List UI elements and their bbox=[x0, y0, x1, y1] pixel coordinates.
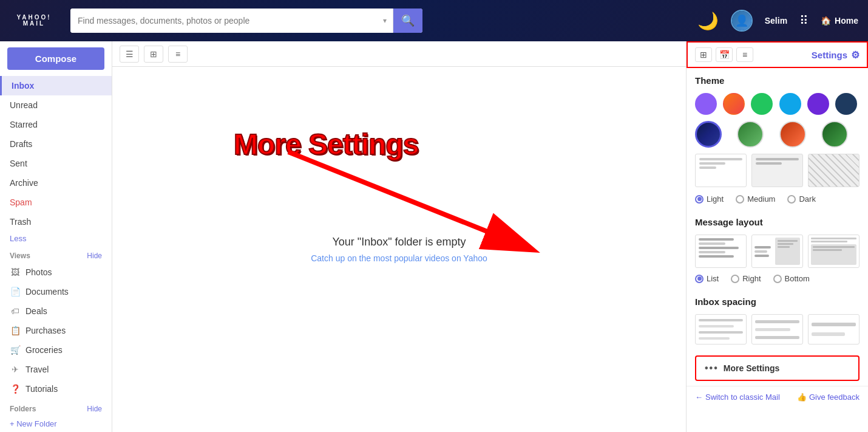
empty-inbox-link[interactable]: Catch up on the most popular videos on Y… bbox=[311, 253, 487, 263]
less-link[interactable]: Less bbox=[0, 231, 112, 245]
layout-radio-group: List Right Bottom bbox=[687, 273, 868, 289]
theme-preview-medium[interactable] bbox=[751, 154, 803, 187]
sidebar-item-tutorials[interactable]: ❓ Tutorials bbox=[0, 379, 112, 399]
sidebar-item-sent[interactable]: Sent bbox=[0, 154, 112, 173]
folders-label: Folders bbox=[10, 405, 36, 413]
theme-swatch-space[interactable] bbox=[695, 121, 722, 148]
sidebar-item-unread[interactable]: Unread bbox=[0, 95, 112, 115]
sidebar-item-trash[interactable]: Trash bbox=[0, 212, 112, 231]
toolbar-icon-grid[interactable]: ⊞ bbox=[695, 47, 712, 62]
avatar[interactable]: 👤 bbox=[731, 10, 753, 32]
give-feedback-link[interactable]: 👍 Give feedback bbox=[797, 393, 860, 402]
avatar-image: 👤 bbox=[732, 11, 751, 30]
theme-swatch-forest[interactable] bbox=[821, 121, 848, 148]
theme-swatch-green[interactable] bbox=[751, 93, 773, 115]
spacing-previews bbox=[687, 310, 868, 351]
documents-icon: 📄 bbox=[10, 287, 21, 297]
search-dropdown-arrow[interactable]: ▾ bbox=[377, 9, 393, 33]
message-layout-title: Message layout bbox=[687, 210, 868, 231]
photos-icon: 🖼 bbox=[10, 267, 21, 277]
theme-preview-dark[interactable] bbox=[808, 154, 860, 187]
main-layout: Compose Inbox Unread Starred Drafts Sent… bbox=[0, 41, 868, 432]
compose-button[interactable]: Compose bbox=[7, 47, 104, 70]
radio-list[interactable]: List bbox=[695, 274, 719, 283]
sidebar-item-groceries[interactable]: 🛒 Groceries bbox=[0, 340, 112, 360]
layout-icon-2[interactable]: ⊞ bbox=[144, 46, 163, 63]
home-icon: 🏠 bbox=[821, 16, 831, 26]
sidebar-item-purchases[interactable]: 📋 Purchases bbox=[0, 321, 112, 340]
theme-swatch-sunset[interactable] bbox=[779, 121, 806, 148]
radio-bottom[interactable]: Bottom bbox=[773, 274, 810, 283]
sidebar-item-inbox[interactable]: Inbox bbox=[0, 76, 112, 95]
switch-classic-link[interactable]: ← Switch to classic Mail bbox=[695, 393, 780, 402]
sidebar-item-photos[interactable]: 🖼 Photos bbox=[0, 262, 112, 282]
views-hide-link[interactable]: Hide bbox=[87, 252, 102, 260]
radio-medium[interactable]: Medium bbox=[736, 194, 775, 204]
radio-bottom-circle bbox=[773, 275, 782, 283]
theme-swatch-purple[interactable] bbox=[695, 93, 717, 115]
moon-icon: 🌙 bbox=[697, 11, 719, 31]
sidebar-item-starred[interactable]: Starred bbox=[0, 115, 112, 134]
layout-right[interactable] bbox=[751, 235, 803, 268]
grid-icon[interactable]: ⠿ bbox=[799, 13, 809, 28]
sidebar-item-documents[interactable]: 📄 Documents bbox=[0, 282, 112, 301]
theme-section-title: Theme bbox=[687, 68, 868, 89]
home-label: Home bbox=[835, 16, 858, 26]
theme-swatch-dark-purple[interactable] bbox=[807, 93, 829, 115]
sidebar-item-travel[interactable]: ✈ Travel bbox=[0, 360, 112, 379]
theme-preview-light[interactable] bbox=[695, 154, 747, 187]
radio-right-label: Right bbox=[742, 274, 761, 283]
radio-medium-label: Medium bbox=[747, 194, 775, 204]
theme-swatch-navy[interactable] bbox=[835, 93, 857, 115]
radio-light[interactable]: Light bbox=[695, 194, 724, 204]
toolbar-icon-list[interactable]: ≡ bbox=[736, 47, 753, 62]
toolbar-icon-calendar[interactable]: 📅 bbox=[716, 47, 733, 62]
thumbs-up-icon: 👍 bbox=[797, 393, 807, 402]
radio-right-circle bbox=[731, 275, 739, 283]
archive-label: Archive bbox=[10, 178, 38, 188]
folders-hide-link[interactable]: Hide bbox=[87, 405, 102, 413]
sidebar-item-spam[interactable]: Spam bbox=[0, 193, 112, 212]
layout-bottom[interactable] bbox=[808, 235, 860, 268]
purchases-label: Purchases bbox=[25, 326, 66, 335]
search-input[interactable] bbox=[70, 9, 377, 33]
settings-button[interactable]: Settings ⚙ bbox=[812, 49, 860, 61]
theme-swatch-blue[interactable] bbox=[779, 93, 801, 115]
gear-icon: ⚙ bbox=[851, 49, 860, 61]
dots-icon: ••• bbox=[705, 363, 719, 374]
radio-right[interactable]: Right bbox=[731, 274, 761, 283]
spacing-compact[interactable] bbox=[695, 314, 747, 345]
groceries-label: Groceries bbox=[25, 345, 63, 355]
search-button[interactable]: 🔍 bbox=[393, 9, 422, 33]
layout-previews bbox=[687, 231, 868, 273]
groceries-icon: 🛒 bbox=[10, 345, 21, 355]
new-folder-link[interactable]: + New Folder bbox=[0, 416, 112, 432]
svg-line-1 bbox=[288, 152, 531, 249]
header: YAHOO! MAIL ▾ 🔍 🌙 👤 Selim ⠿ 🏠 Home bbox=[0, 0, 868, 41]
radio-list-label: List bbox=[707, 274, 719, 283]
username-label: Selim bbox=[765, 16, 787, 26]
sidebar-item-archive[interactable]: Archive bbox=[0, 173, 112, 193]
tutorials-icon: ❓ bbox=[10, 384, 21, 394]
tutorials-label: Tutorials bbox=[25, 384, 58, 394]
layout-icon-1[interactable]: ☰ bbox=[120, 46, 139, 63]
settings-header: ⊞ 📅 ≡ Settings ⚙ bbox=[687, 41, 868, 68]
radio-medium-circle bbox=[736, 195, 744, 204]
unread-label: Unread bbox=[10, 100, 38, 110]
spacing-relaxed[interactable] bbox=[808, 314, 860, 345]
radio-bottom-label: Bottom bbox=[785, 274, 810, 283]
sidebar-item-drafts[interactable]: Drafts bbox=[0, 134, 112, 154]
more-settings-button[interactable]: ••• More Settings bbox=[695, 355, 860, 381]
radio-list-circle bbox=[695, 275, 704, 283]
sidebar-item-deals[interactable]: 🏷 Deals bbox=[0, 301, 112, 321]
radio-dark[interactable]: Dark bbox=[787, 194, 815, 204]
theme-swatch-landscape[interactable] bbox=[737, 121, 764, 148]
spam-label: Spam bbox=[10, 197, 32, 207]
layout-list[interactable] bbox=[695, 235, 747, 268]
theme-swatch-coral[interactable] bbox=[723, 93, 745, 115]
home-button[interactable]: 🏠 Home bbox=[821, 16, 858, 26]
spacing-normal[interactable] bbox=[751, 314, 803, 345]
theme-mode-radio-group: Light Medium Dark bbox=[687, 193, 868, 210]
layout-icon-3[interactable]: ≡ bbox=[168, 46, 188, 63]
empty-inbox-title: Your "Inbox" folder is empty bbox=[332, 236, 466, 249]
